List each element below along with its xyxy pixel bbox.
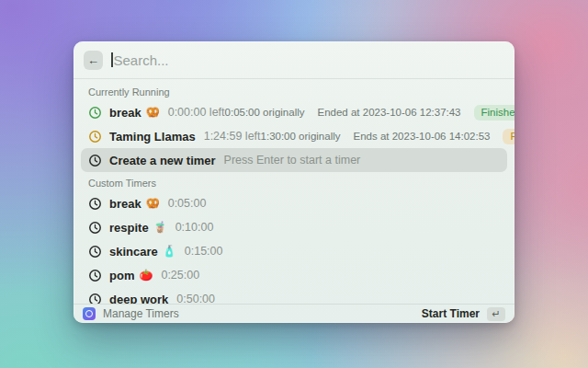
- timer-title: pom: [109, 269, 134, 282]
- status-badge: Finished!: [474, 105, 514, 121]
- timer-emoji: 🥨: [146, 106, 160, 119]
- clock-icon: [88, 221, 102, 235]
- timer-row[interactable]: Create a new timerPress Enter to start a…: [81, 148, 507, 172]
- timer-title: Taming Llamas: [109, 130, 196, 144]
- timer-title: respite: [109, 221, 149, 235]
- timer-subtitle: 0:00:00 left: [168, 106, 225, 119]
- clock-icon: [88, 245, 102, 259]
- results-list: Currently Running break🥨0:00:00 left0:05…: [74, 79, 514, 304]
- timer-end-time: Ended at 2023-10-06 12:37:43: [318, 107, 461, 118]
- timer-emoji: 🧴: [163, 245, 176, 258]
- timer-row[interactable]: deep work0:50:00: [81, 287, 507, 304]
- back-button[interactable]: ←: [84, 51, 103, 70]
- search-bar: ←: [74, 41, 514, 79]
- timer-title: Create a new timer: [109, 154, 216, 167]
- search-input[interactable]: [114, 52, 505, 68]
- timer-row[interactable]: break🥨0:00:00 left0:05:00 originallyEnde…: [81, 100, 507, 124]
- timer-title: skincare: [109, 245, 158, 259]
- timers-app-icon: [83, 307, 96, 320]
- timer-subtitle: 0:10:00: [175, 221, 214, 234]
- timer-end-time: Ends at 2023-10-06 14:02:53: [354, 131, 491, 142]
- timer-original-duration: 1:30:00 originally: [261, 131, 341, 142]
- section-label: Currently Running: [81, 81, 507, 100]
- start-timer-label: Start Timer: [422, 307, 480, 320]
- timer-row[interactable]: respite🧋0:10:00: [81, 215, 507, 239]
- timer-subtitle: 0:15:00: [185, 245, 223, 258]
- clock-icon: [88, 269, 102, 282]
- timer-row[interactable]: skincare🧴0:15:00: [81, 239, 507, 263]
- status-badge: Running: [503, 129, 514, 144]
- timer-row[interactable]: pom🍅0:25:00: [81, 263, 507, 287]
- start-timer-button[interactable]: Start Timer ↵: [422, 307, 505, 321]
- footer-app-label: Manage Timers: [103, 307, 179, 320]
- footer: Manage Timers Start Timer ↵: [74, 304, 514, 323]
- timer-emoji: 🍅: [139, 269, 153, 282]
- timer-subtitle: 0:50:00: [176, 293, 215, 304]
- return-key-icon: ↵: [487, 307, 505, 321]
- timer-subtitle: 1:24:59 left: [204, 130, 261, 143]
- clock-icon: [88, 130, 102, 144]
- clock-icon: [88, 197, 102, 211]
- timer-title: break: [109, 197, 141, 211]
- timer-row[interactable]: Taming Llamas1:24:59 left1:30:00 origina…: [81, 124, 507, 148]
- clock-icon: [88, 106, 102, 120]
- launcher-window: ← Currently Running break🥨0:00:00 left0:…: [74, 41, 514, 323]
- arrow-left-icon: ←: [87, 53, 99, 67]
- timer-title: break: [109, 106, 141, 120]
- timer-subtitle: Press Enter to start a timer: [224, 154, 361, 167]
- timer-emoji: 🧋: [153, 221, 167, 234]
- clock-icon: [88, 293, 102, 305]
- timer-emoji: 🥨: [146, 197, 160, 210]
- timer-row[interactable]: break🥨0:05:00: [81, 191, 507, 215]
- clock-icon: [88, 154, 102, 167]
- timer-subtitle: 0:05:00: [168, 197, 207, 210]
- text-caret: [111, 52, 113, 67]
- timer-subtitle: 0:25:00: [161, 269, 199, 282]
- timer-title: deep work: [109, 293, 168, 305]
- section-label: Custom Timers: [81, 172, 507, 191]
- timer-original-duration: 0:05:00 originally: [225, 107, 305, 118]
